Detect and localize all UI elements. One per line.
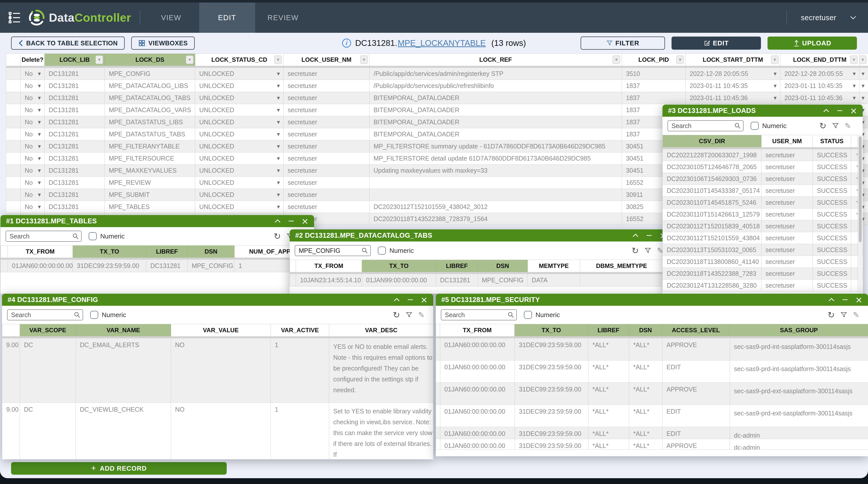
upload-button[interactable]: UPLOAD xyxy=(768,36,857,50)
collapse-icon[interactable] xyxy=(274,219,281,223)
dropdown-arrow-icon[interactable]: ▼ xyxy=(277,84,280,88)
edit-pencil-icon[interactable]: ✎ xyxy=(844,121,851,130)
panel-titlebar[interactable]: #1 DC131281.MPE_TABLES × xyxy=(0,215,314,227)
minimize-icon[interactable] xyxy=(646,235,652,236)
table-row[interactable]: 10JAN23:14:55:14.1001JAN99:00:00:00.00DC… xyxy=(290,274,672,287)
dropdown-arrow-icon[interactable]: ▼ xyxy=(277,144,280,149)
table-row[interactable]: No▼DC131281MPE_DATACATALOG_TABSUNLOCKED▼… xyxy=(6,92,868,104)
chevron-down-icon[interactable] xyxy=(850,16,857,20)
numeric-checkbox[interactable] xyxy=(89,232,97,240)
user-menu[interactable]: secretuser xyxy=(786,2,868,33)
table-row[interactable]: DC20230105T124646778_2065secretuserSUCCE… xyxy=(662,161,863,173)
dropdown-arrow-icon[interactable]: ▼ xyxy=(38,84,41,88)
table-row[interactable]: 01JAN60:00:00:00.0031DEC99:23:59:59.00*A… xyxy=(436,405,868,427)
filter-funnel-icon[interactable] xyxy=(644,247,651,254)
edit-pencil-icon[interactable]: ✎ xyxy=(418,310,425,319)
table-row[interactable]: DC20230118T113800860_41140secretuserSUCC… xyxy=(662,256,863,268)
close-icon[interactable]: × xyxy=(856,295,863,304)
dropdown-arrow-icon[interactable]: ▼ xyxy=(862,72,865,76)
column-filter-button[interactable]: ▼ xyxy=(850,55,858,64)
panel-titlebar[interactable]: #4 DC131281.MPE_CONFIG × xyxy=(2,294,433,306)
numeric-checkbox[interactable] xyxy=(90,311,98,319)
collapse-icon[interactable] xyxy=(828,298,835,302)
tab-view[interactable]: VIEW xyxy=(143,2,199,33)
dropdown-arrow-icon[interactable]: ▼ xyxy=(277,193,280,197)
tab-review[interactable]: REVIEW xyxy=(255,2,311,33)
column-filter-button[interactable]: ▼ xyxy=(274,55,282,64)
dropdown-arrow-icon[interactable]: ▼ xyxy=(277,96,280,100)
dropdown-arrow-icon[interactable]: ▼ xyxy=(852,96,856,100)
table-row[interactable]: DC20230118T143522388_7283secretuserSUCCE… xyxy=(662,268,863,280)
minimize-icon[interactable] xyxy=(288,220,294,222)
filter-funnel-icon[interactable] xyxy=(406,311,412,318)
info-icon[interactable]: i xyxy=(342,38,351,48)
table-row[interactable]: No▼DC131281MPE_DATACATALOG_LIBSUNLOCKED▼… xyxy=(6,80,868,92)
panel-titlebar[interactable]: #3 DC131281.MPE_LOADS × xyxy=(662,105,863,117)
collapse-icon[interactable] xyxy=(823,109,830,113)
dropdown-arrow-icon[interactable]: ▼ xyxy=(277,120,280,124)
numeric-checkbox[interactable] xyxy=(751,122,759,130)
table-row[interactable]: DC20230112T152101559_43804secretuserSUCC… xyxy=(662,232,863,244)
minimize-icon[interactable] xyxy=(842,299,848,301)
table-row[interactable]: DC20230110T145451875_5246secretuserSUCCE… xyxy=(662,197,863,208)
table-row[interactable]: 01JAN60:00:00:00.0031DEC99:23:59:59.00*A… xyxy=(436,427,868,439)
dropdown-arrow-icon[interactable]: ▼ xyxy=(774,96,777,100)
tree-menu-icon[interactable] xyxy=(7,10,22,25)
table-row[interactable]: 01JAN60:00:00:00.0031DEC99:23:59:59.00*A… xyxy=(436,439,868,450)
dropdown-arrow-icon[interactable]: ▼ xyxy=(862,84,865,88)
search-input[interactable] xyxy=(7,309,83,320)
refresh-icon[interactable]: ↻ xyxy=(819,121,827,131)
dropdown-arrow-icon[interactable]: ▼ xyxy=(277,72,280,76)
edit-button[interactable]: EDIT xyxy=(672,36,761,50)
refresh-icon[interactable]: ↻ xyxy=(828,310,835,320)
search-input[interactable] xyxy=(295,245,371,256)
table-row[interactable]: 9.00DCDC_VIEWLIB_CHECKNO1Set to YES to e… xyxy=(2,403,433,459)
brand-logo[interactable]: DataController xyxy=(29,9,131,26)
column-filter-button[interactable]: ▼ xyxy=(186,55,193,64)
dropdown-arrow-icon[interactable]: ▼ xyxy=(277,168,280,173)
numeric-checkbox[interactable] xyxy=(378,247,386,255)
close-icon[interactable]: × xyxy=(421,295,428,304)
dropdown-arrow-icon[interactable]: ▼ xyxy=(774,72,777,76)
table-row[interactable]: No▼DC131281MPE_CONFIGUNLOCKED▼secretuser… xyxy=(6,68,868,80)
tab-edit[interactable]: EDIT xyxy=(199,2,255,33)
table-row[interactable]: 01JAN60:00:00:00.0031DEC99:23:59:59.00*A… xyxy=(436,361,868,383)
dropdown-arrow-icon[interactable]: ▼ xyxy=(38,156,41,161)
minimize-icon[interactable] xyxy=(408,299,413,301)
filter-button[interactable]: FILTER xyxy=(581,36,665,50)
dropdown-arrow-icon[interactable]: ▼ xyxy=(38,180,41,185)
table-row[interactable]: DC20230112T152015839_40518secretuserSUCC… xyxy=(662,220,863,232)
dropdown-arrow-icon[interactable]: ▼ xyxy=(852,84,856,88)
filter-funnel-icon[interactable] xyxy=(832,122,839,129)
dropdown-arrow-icon[interactable]: ▼ xyxy=(38,72,41,76)
dropdown-arrow-icon[interactable]: ▼ xyxy=(774,84,777,88)
column-filter-button[interactable]: ▼ xyxy=(360,55,368,64)
dropdown-arrow-icon[interactable]: ▼ xyxy=(38,120,41,124)
collapse-icon[interactable] xyxy=(632,233,639,237)
minimize-icon[interactable] xyxy=(837,110,842,111)
table-name-link[interactable]: MPE_LOCKANYTABLE xyxy=(398,38,486,48)
table-row[interactable]: 01JAN60:00:00:00.0031DEC99:23:59:59.00DC… xyxy=(0,260,314,272)
dropdown-arrow-icon[interactable]: ▼ xyxy=(277,156,280,161)
table-row[interactable]: DC20230110T145433387_05174secretuserSUCC… xyxy=(662,185,863,197)
refresh-icon[interactable]: ↻ xyxy=(274,231,281,241)
close-icon[interactable]: × xyxy=(850,106,858,115)
close-icon[interactable]: × xyxy=(302,217,309,225)
refresh-icon[interactable]: ↻ xyxy=(393,310,400,320)
table-row[interactable]: DC20221228T200633027_1998secretuserSUCCE… xyxy=(662,149,863,161)
dropdown-arrow-icon[interactable]: ▼ xyxy=(38,96,41,100)
search-input[interactable] xyxy=(441,309,517,320)
dropdown-arrow-icon[interactable]: ▼ xyxy=(277,108,280,112)
dropdown-arrow-icon[interactable]: ▼ xyxy=(862,96,865,100)
column-filter-button[interactable]: ▼ xyxy=(613,55,620,64)
dropdown-arrow-icon[interactable]: ▼ xyxy=(277,132,280,137)
dropdown-arrow-icon[interactable]: ▼ xyxy=(38,108,41,112)
numeric-checkbox[interactable] xyxy=(524,311,532,319)
dropdown-arrow-icon[interactable]: ▼ xyxy=(38,132,41,137)
search-input[interactable] xyxy=(5,231,82,242)
search-input[interactable] xyxy=(668,120,744,131)
column-filter-button[interactable]: ▼ xyxy=(771,55,779,64)
column-filter-button[interactable]: ▼ xyxy=(860,55,867,64)
table-row[interactable]: 01JAN60:00:00:00.0031DEC99:23:59:59.00*A… xyxy=(436,338,868,361)
edit-pencil-icon[interactable]: ✎ xyxy=(853,310,860,319)
